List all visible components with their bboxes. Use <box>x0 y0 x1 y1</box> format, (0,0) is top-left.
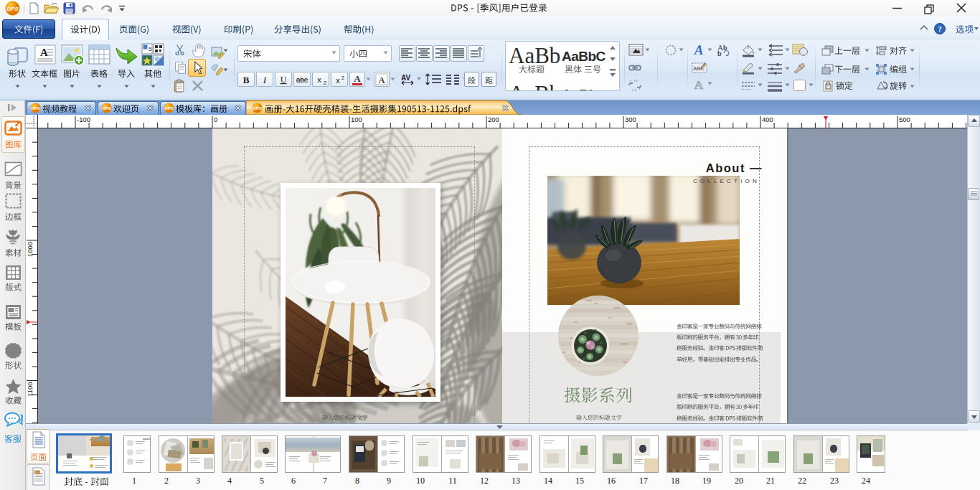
svg-text:100: 100 <box>351 116 362 123</box>
svg-text:A: A <box>694 42 704 57</box>
svg-text:x: x <box>336 76 340 85</box>
svg-text:2: 2 <box>324 80 326 85</box>
svg-text:DPS: DPS <box>253 105 262 110</box>
svg-text:400: 400 <box>762 116 773 123</box>
svg-text:b: b <box>717 50 722 57</box>
svg-text:1100: 1100 <box>26 382 34 397</box>
svg-text:x: x <box>317 75 321 84</box>
svg-text:?: ? <box>938 24 942 33</box>
svg-text:DPS: DPS <box>6 6 19 12</box>
svg-text:A: A <box>378 75 385 85</box>
svg-text:300: 300 <box>625 116 636 123</box>
svg-text:A: A <box>694 78 704 92</box>
svg-text:AaBb: AaBb <box>562 87 598 90</box>
svg-text:-100: -100 <box>77 116 90 123</box>
svg-text:AaBb: AaBb <box>509 81 560 90</box>
svg-text:DPS: DPS <box>31 105 40 110</box>
svg-text:5: 5 <box>149 46 152 52</box>
svg-text:200: 200 <box>488 116 499 123</box>
svg-text:0: 0 <box>214 116 217 123</box>
svg-text:I: I <box>263 75 267 85</box>
svg-text:U: U <box>281 75 287 85</box>
svg-text:A: A <box>354 73 361 84</box>
svg-text:B: B <box>243 75 250 85</box>
svg-text:AV: AV <box>401 74 410 82</box>
svg-text:1000: 1000 <box>26 242 34 257</box>
svg-text:DPS: DPS <box>102 105 111 110</box>
svg-text:500: 500 <box>899 116 910 123</box>
svg-text:AaBbC: AaBbC <box>562 49 606 64</box>
svg-text:DPS: DPS <box>164 105 174 110</box>
svg-text:2: 2 <box>341 75 344 80</box>
